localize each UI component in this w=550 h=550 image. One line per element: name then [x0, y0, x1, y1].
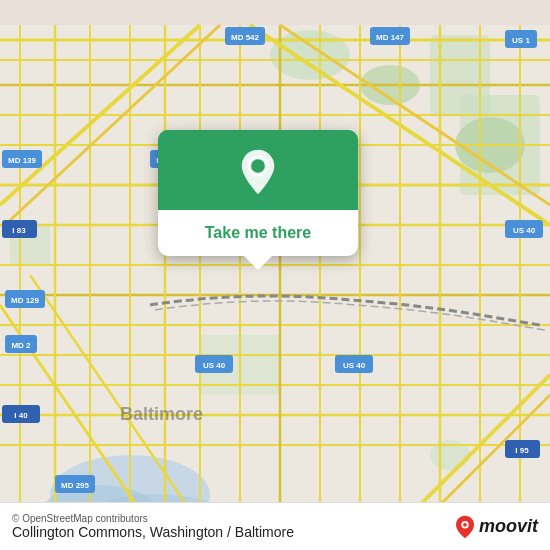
svg-text:I 95: I 95: [515, 446, 529, 455]
svg-point-76: [251, 159, 265, 173]
svg-text:I 40: I 40: [14, 411, 28, 420]
svg-point-79: [463, 522, 467, 526]
svg-point-1: [270, 30, 350, 80]
svg-text:US 1: US 1: [512, 36, 530, 45]
svg-text:MD 147: MD 147: [376, 33, 405, 42]
map-container: MD 542 MD 147 US 1 MD 139 MD 45 I 83 US …: [0, 0, 550, 550]
popup-icon-area: [158, 130, 358, 210]
map-svg: MD 542 MD 147 US 1 MD 139 MD 45 I 83 US …: [0, 0, 550, 550]
map-attribution: © OpenStreetMap contributors: [12, 513, 294, 524]
take-me-there-button[interactable]: Take me there: [158, 210, 358, 256]
location-name: Collington Commons, Washington / Baltimo…: [12, 524, 294, 540]
bottom-bar: © OpenStreetMap contributors Collington …: [0, 502, 550, 550]
moovit-logo: moovit: [453, 515, 538, 539]
moovit-brand-text: moovit: [479, 516, 538, 537]
svg-text:I 83: I 83: [12, 226, 26, 235]
location-pin-icon: [234, 148, 282, 196]
moovit-icon: [453, 515, 477, 539]
location-popup: Take me there: [158, 130, 358, 256]
svg-text:MD 295: MD 295: [61, 481, 90, 490]
bottom-bar-left: © OpenStreetMap contributors Collington …: [12, 513, 294, 540]
svg-text:US 40: US 40: [343, 361, 366, 370]
svg-text:MD 542: MD 542: [231, 33, 260, 42]
svg-text:US 40: US 40: [203, 361, 226, 370]
svg-text:MD 129: MD 129: [11, 296, 40, 305]
svg-text:Baltimore: Baltimore: [120, 404, 203, 424]
svg-text:US 40: US 40: [513, 226, 536, 235]
svg-text:MD 2: MD 2: [11, 341, 31, 350]
svg-text:MD 139: MD 139: [8, 156, 37, 165]
